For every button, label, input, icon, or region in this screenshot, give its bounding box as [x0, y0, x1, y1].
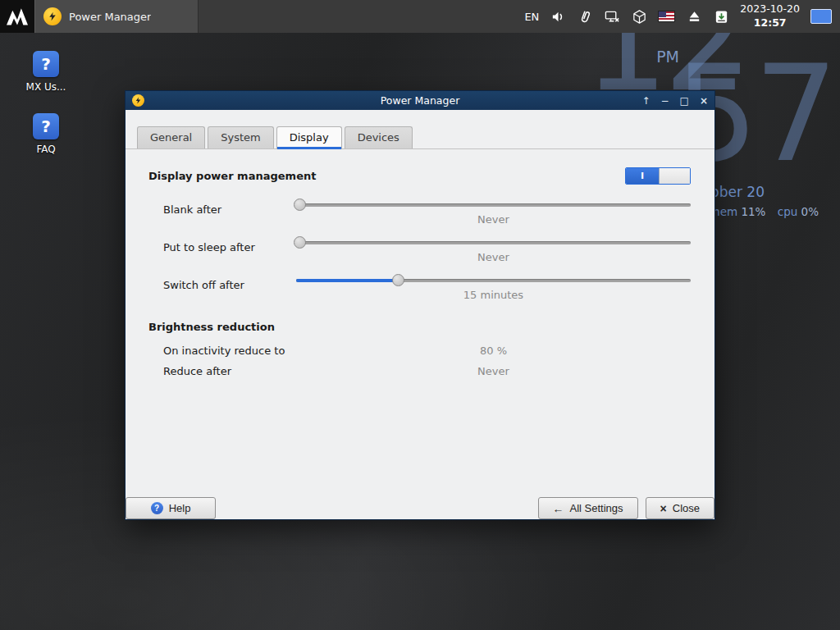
blank-after-value: Never	[296, 212, 691, 231]
system-stats: mem 11% cpu 0%	[710, 205, 828, 218]
eject-icon[interactable]	[686, 8, 702, 25]
mx-menu-button[interactable]	[0, 0, 34, 33]
inactivity-reduce-row: On inactivity reduce to 80 %	[148, 345, 691, 357]
switch-off-row: Switch off after 15 minutes	[148, 273, 691, 306]
reduce-after-label: Reduce after	[148, 365, 296, 377]
inactivity-reduce-value: 80 %	[296, 345, 691, 357]
help-question-icon: ?	[33, 51, 59, 77]
desktop-icon-mx-users[interactable]: ? MX Us...	[21, 51, 71, 93]
maximize-button[interactable]: □	[680, 96, 689, 106]
switch-off-value: 15 minutes	[296, 287, 691, 306]
display-tab-panel: Display power management I Blank after N…	[126, 149, 714, 497]
taskbar-window-label: Power Manager	[69, 11, 151, 23]
put-to-sleep-value: Never	[296, 249, 691, 268]
slider-track[interactable]	[296, 241, 691, 244]
display-settings-icon[interactable]	[604, 8, 620, 25]
slider-handle[interactable]	[294, 199, 306, 211]
desktop: 12 57 PM October 20 mem 11% cpu 0% ? MX …	[0, 0, 840, 630]
desktop-icon-label: MX Us...	[26, 81, 66, 93]
clock-ampm: PM	[656, 48, 679, 66]
inactivity-reduce-label: On inactivity reduce to	[148, 345, 296, 357]
back-arrow-icon: ←	[553, 503, 564, 514]
slider-handle[interactable]	[294, 236, 306, 249]
us-flag-icon[interactable]	[658, 11, 675, 22]
switch-off-label: Switch off after	[148, 273, 296, 306]
put-to-sleep-slider[interactable]	[296, 235, 691, 249]
close-button[interactable]: × Close	[646, 497, 714, 519]
help-button[interactable]: ? Help	[126, 497, 216, 519]
top-panel: Power Manager EN 2023-10	[0, 0, 840, 33]
put-to-sleep-label: Put to sleep after	[148, 235, 296, 268]
package-icon[interactable]	[631, 8, 647, 25]
section-display-power-management: Display power management	[148, 170, 316, 182]
tab-bar: General System Display Devices	[126, 110, 714, 149]
blank-after-label: Blank after	[148, 198, 296, 231]
help-button-label: Help	[169, 502, 191, 514]
window-titlebar[interactable]: Power Manager ↑ − □ ×	[126, 91, 714, 110]
taskbar-window-button[interactable]: Power Manager	[34, 0, 199, 33]
blank-after-row: Blank after Never	[148, 198, 691, 231]
desktop-icon-label: FAQ	[36, 144, 55, 155]
keyboard-layout-indicator[interactable]: EN	[524, 11, 539, 23]
close-button-label: Close	[673, 502, 700, 514]
window-controls: ↑ − □ ×	[641, 96, 708, 106]
cpu-value: 0%	[801, 205, 819, 218]
toggle-knob[interactable]	[659, 168, 690, 184]
panel-date: 2023-10-20	[740, 2, 800, 16]
panel-clock[interactable]: 2023-10-20 12:57	[740, 2, 800, 30]
close-window-button[interactable]: ×	[700, 96, 708, 106]
clipboard-paperclip-icon[interactable]	[577, 8, 593, 25]
close-x-icon: ×	[660, 503, 667, 514]
all-settings-button[interactable]: ← All Settings	[538, 497, 638, 519]
minimize-button[interactable]: −	[661, 96, 669, 106]
slider-handle[interactable]	[392, 274, 404, 286]
mx-logo-icon	[5, 6, 30, 27]
workspace-switcher[interactable]	[810, 9, 832, 24]
tab-display[interactable]: Display	[276, 126, 342, 149]
tab-general[interactable]: General	[137, 126, 205, 148]
help-question-icon: ?	[33, 113, 59, 139]
panel-time: 12:57	[740, 16, 800, 30]
tab-system[interactable]: System	[208, 126, 273, 148]
window-footer: ? Help ← All Settings × Close	[126, 497, 714, 519]
tab-devices[interactable]: Devices	[345, 126, 413, 148]
slider-fill	[296, 279, 399, 282]
power-manager-window: Power Manager ↑ − □ × General System Dis…	[125, 90, 715, 520]
reduce-after-row: Reduce after Never	[148, 365, 691, 377]
toggle-on-label: I	[626, 168, 659, 184]
window-title: Power Manager	[126, 94, 714, 107]
blank-after-slider[interactable]	[296, 198, 691, 212]
help-icon: ?	[151, 502, 163, 514]
cpu-label: cpu	[778, 205, 798, 218]
power-manager-icon	[43, 7, 62, 25]
put-to-sleep-row: Put to sleep after Never	[148, 235, 691, 268]
slider-track[interactable]	[296, 203, 691, 207]
panel-tray: EN 2023-10-20 12:57	[524, 0, 840, 33]
mem-value: 11%	[741, 205, 765, 218]
window-power-icon	[132, 94, 144, 107]
section-brightness-reduction: Brightness reduction	[148, 321, 691, 333]
all-settings-button-label: All Settings	[570, 502, 623, 514]
shade-button[interactable]: ↑	[641, 96, 650, 106]
desktop-icon-faq[interactable]: ? FAQ	[21, 113, 71, 155]
display-power-toggle[interactable]: I	[625, 167, 691, 185]
reduce-after-value: Never	[296, 365, 691, 377]
switch-off-slider[interactable]	[296, 273, 691, 287]
updater-icon[interactable]	[713, 8, 729, 25]
volume-icon[interactable]	[550, 8, 566, 25]
